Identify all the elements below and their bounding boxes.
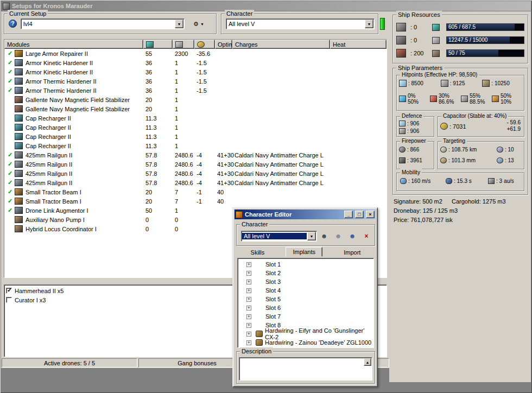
active-drones-text: Active drones: 5 / 5 (44, 360, 95, 366)
expand-plus-icon[interactable]: + (246, 332, 251, 337)
module-row[interactable]: ✓ Small Tractor Beam I 20 7 -1 40 (4, 187, 387, 196)
module-type-icon (15, 59, 23, 66)
setup-combo[interactable]: lvl4 ▼ (21, 18, 185, 29)
defence-group: Defence : 906 : 906 (396, 116, 434, 137)
module-row[interactable]: ✓ Armor Kinetic Hardener II 36 1 -1.5 (4, 58, 387, 67)
module-row[interactable]: ✓ 425mm Railgun II 57.8 2480.6 -4 41+30 … (4, 169, 387, 178)
module-cpu: 11.3 (143, 143, 173, 149)
column-header-charges[interactable]: Charges (232, 40, 330, 49)
active-check-icon: ✓ (7, 179, 14, 186)
module-cap: -4 (194, 180, 215, 186)
setup-tools-button[interactable]: ⚙ ▼ (189, 18, 208, 29)
drone-checkbox[interactable] (6, 297, 12, 303)
character-editor-title: Character Editor (245, 211, 342, 218)
tree-item[interactable]: + Slot 1 (239, 260, 372, 269)
expand-plus-icon[interactable]: + (246, 323, 251, 328)
active-check-icon: ✓ (7, 207, 14, 214)
module-row[interactable]: ✓ Cap Recharger II 11.3 1 (4, 113, 387, 123)
module-pg: 7 (173, 189, 194, 195)
module-pg: 1 (173, 78, 194, 85)
tree-item[interactable]: + Hardwiring - Zainou 'Deadeye' ZGL1000 (239, 338, 372, 347)
help-icon[interactable]: ? (9, 20, 17, 28)
expand-plus-icon[interactable]: + (246, 306, 251, 310)
tree-item[interactable]: + Slot 2 (239, 269, 372, 277)
new-character-button[interactable]: ☻ (319, 231, 329, 241)
editor-combo-arrow-icon[interactable]: ▼ (307, 232, 316, 240)
maximize-button[interactable]: □ (355, 211, 364, 218)
tab-implants[interactable]: Implants (286, 247, 322, 257)
clone-character-button[interactable]: ☻ (333, 231, 343, 241)
tree-item[interactable]: + Slot 7 (239, 312, 372, 321)
delete-character-button[interactable]: × (362, 231, 371, 241)
module-row[interactable]: ✓ Armor Thermic Hardener II 36 1 -1.5 (4, 86, 387, 95)
resist-bottom: 10% (501, 99, 511, 105)
module-row[interactable]: ✓ Gallente Navy Magnetic Field Stabilize… (4, 95, 387, 104)
import-character-button[interactable]: ☻ (347, 231, 357, 241)
expand-plus-icon[interactable]: + (246, 262, 251, 267)
module-cpu: 36 (143, 60, 173, 66)
close-button[interactable]: × (366, 211, 375, 218)
module-row[interactable]: ✓ Cap Recharger II 11.3 1 (4, 132, 387, 141)
module-pg: 1 (173, 134, 194, 140)
expand-plus-icon[interactable]: + (246, 314, 251, 319)
expand-plus-icon[interactable]: + (246, 297, 251, 302)
setup-combo-arrow-icon[interactable]: ▼ (175, 20, 183, 28)
capacitor-drain: - 59.6 (506, 119, 521, 126)
shield-hp-value: : 8500 (408, 80, 423, 86)
defence-armor-value: : 906 (407, 128, 419, 134)
tree-item[interactable]: + Slot 5 (239, 295, 372, 303)
module-row[interactable]: ✓ Armor Kinetic Hardener II 36 1 -1.5 (4, 67, 387, 77)
tab-import[interactable]: Import (338, 248, 366, 257)
expand-plus-icon[interactable]: + (246, 340, 251, 345)
module-row[interactable]: ✓ 425mm Railgun II 57.8 2480.6 -4 41+30 … (4, 150, 387, 160)
tab-skills[interactable]: Skills (245, 248, 270, 257)
tree-item[interactable]: + Slot 6 (239, 303, 372, 312)
app-icon (3, 3, 10, 10)
scroll-up-icon[interactable]: ▲ (364, 358, 371, 366)
module-name: Cap Recharger II (26, 143, 71, 149)
current-setup-label: Current Setup (8, 10, 48, 17)
character-combo[interactable]: All level V ▼ (226, 18, 375, 29)
description-textarea[interactable]: ▲ (239, 357, 372, 381)
column-header-capacitor[interactable] (194, 40, 215, 49)
character-group: Character All level V ▼ (221, 14, 378, 34)
targeting-resolution: : 101.3 mm (448, 157, 476, 163)
module-row[interactable]: ✓ 425mm Railgun II 57.8 2480.6 -4 41+30 … (4, 160, 387, 169)
main-titlebar[interactable]: Setups for Kronos Marauder (1, 1, 531, 11)
module-row[interactable]: ✓ Large Armor Repairer II 55 2300 -35.6 (4, 49, 387, 58)
column-header-powergrid[interactable] (173, 40, 194, 49)
tree-item[interactable]: + Slot 4 (239, 286, 372, 295)
character-editor-titlebar[interactable]: Character Editor _ □ × (235, 210, 376, 219)
character-combo-arrow-icon[interactable]: ▼ (365, 20, 373, 28)
editor-character-combo[interactable]: All level V ▼ (241, 231, 317, 242)
targeting-sensor: : 13 (505, 157, 514, 163)
tree-item[interactable]: + Slot 3 (239, 277, 372, 286)
module-row[interactable]: ✓ 425mm Railgun II 57.8 2480.6 -4 41+30 … (4, 178, 387, 187)
column-header-heat[interactable]: Heat (330, 40, 387, 49)
expand-plus-icon[interactable]: + (246, 271, 251, 276)
modules-table-header: Modules Optimal Charges Heat (4, 40, 387, 49)
expand-plus-icon[interactable]: + (246, 288, 251, 293)
ship-resources-title: Ship Resources (396, 11, 442, 18)
tree-item[interactable]: + Hardwiring - Eifyr and Co 'Gunslinger'… (239, 329, 372, 338)
column-header-modules[interactable]: Modules (4, 40, 143, 49)
column-header-cpu[interactable] (143, 40, 173, 49)
active-check-icon: ✓ (7, 87, 14, 94)
module-row[interactable]: ✓ Cap Recharger II 11.3 1 (4, 123, 387, 132)
module-pg: 2480.6 (173, 180, 194, 186)
module-cpu: 20 (143, 97, 173, 103)
resist-bottom: 88.5% (470, 99, 485, 105)
expand-plus-icon[interactable]: + (246, 280, 251, 284)
minimize-button[interactable]: _ (344, 211, 353, 218)
module-row[interactable]: ✓ Armor Thermic Hardener II 36 1 -1.5 (4, 77, 387, 86)
module-row[interactable]: ✓ Small Tractor Beam I 20 7 -1 40 (4, 196, 387, 206)
module-charge: Caldari Navy Antimatter Charge L (232, 161, 330, 168)
module-optimal: 41+30 (215, 152, 232, 159)
module-row[interactable]: ✓ Gallente Navy Magnetic Field Stabilize… (4, 104, 387, 113)
drone-checkbox[interactable] (6, 288, 12, 294)
module-pg: 0 (173, 217, 194, 223)
tree-item-label: Slot 4 (265, 287, 281, 294)
targeting-group: Targeting : 108.75 km : 10 : 101.3 mm : … (438, 141, 524, 169)
module-row[interactable]: ✓ Cap Recharger II 11.3 1 (4, 141, 387, 150)
column-header-optimal[interactable]: Optimal (215, 40, 232, 49)
